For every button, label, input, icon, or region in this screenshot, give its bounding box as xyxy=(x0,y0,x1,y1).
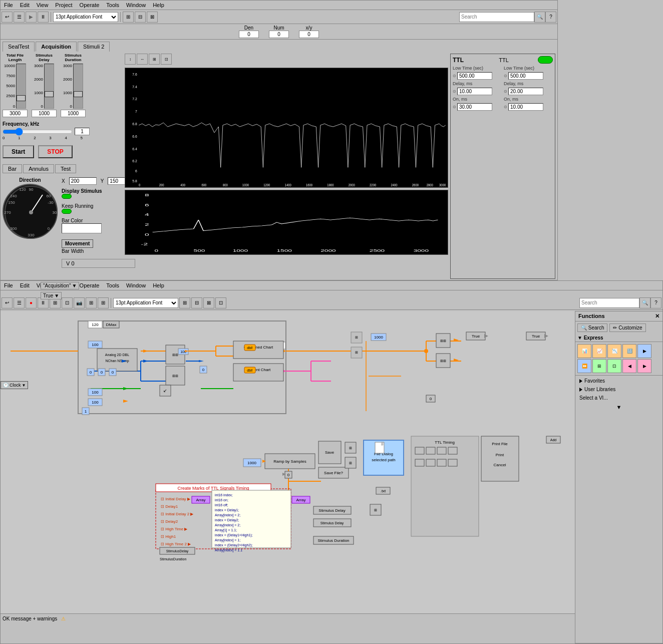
svg-text:0: 0 xyxy=(90,370,92,375)
menu-tools[interactable]: Tools xyxy=(105,2,121,9)
btoolbar-extra[interactable]: ⊡ xyxy=(215,297,226,308)
toolbar-dist[interactable]: ⊟ xyxy=(135,12,146,23)
num-value[interactable] xyxy=(269,31,289,38)
den-value[interactable] xyxy=(239,31,259,38)
bottom-search-button[interactable]: 🔍 xyxy=(639,297,650,308)
svg-text:6.4: 6.4 xyxy=(132,146,137,151)
bottom-menu-window[interactable]: Window xyxy=(125,282,147,289)
svg-text:-30: -30 xyxy=(48,200,54,205)
bottom-menu-edit[interactable]: Edit xyxy=(19,282,31,289)
search-input[interactable] xyxy=(459,12,534,22)
stimulus-delay-value[interactable] xyxy=(32,110,57,117)
bar-color-box[interactable] xyxy=(62,223,102,233)
frequency-value[interactable] xyxy=(75,128,90,135)
toolbar-resize[interactable]: ⊠ xyxy=(147,12,158,23)
menu-file[interactable]: File xyxy=(3,2,15,9)
tab-acquisition[interactable]: Acquisition xyxy=(36,42,77,52)
ttl-on-2-input[interactable] xyxy=(508,103,543,111)
toolbar-align[interactable]: ⊞ xyxy=(123,12,134,23)
menu-edit[interactable]: Edit xyxy=(19,2,31,9)
bottom-menu-help[interactable]: Help xyxy=(151,282,166,289)
btoolbar-ref[interactable]: ⊞ xyxy=(86,297,97,308)
func-icon-6[interactable]: ⏩ xyxy=(577,359,591,373)
menu-view[interactable]: View xyxy=(35,2,50,9)
bottom-menu-file[interactable]: File xyxy=(3,282,15,289)
toolbar-arrow[interactable]: ☰ xyxy=(14,12,25,23)
functions-customize-button[interactable]: ✏ Customize xyxy=(609,324,645,332)
chart-btn-2[interactable]: ↔ xyxy=(137,54,148,65)
start-button[interactable]: Start xyxy=(3,145,34,158)
btoolbar-arrow[interactable]: ☰ xyxy=(14,297,25,308)
total-file-length-slider[interactable] xyxy=(16,64,26,109)
menu-help[interactable]: Help xyxy=(151,2,166,9)
func-icon-5[interactable]: ▶ xyxy=(637,344,651,358)
main-chart-svg: 7.6 7.4 7.2 7 6.8 6.6 6.4 6.2 6 5.8 0 20… xyxy=(125,68,448,187)
stimulus-delay-slider[interactable] xyxy=(44,64,54,109)
ttl-low-time-1-field: Low Time (sec) xyxy=(453,66,502,71)
help-button[interactable]: ? xyxy=(545,12,556,23)
bottom-menu-tools[interactable]: Tools xyxy=(105,282,121,289)
stimulus-duration-value[interactable] xyxy=(61,110,86,117)
menu-window[interactable]: Window xyxy=(125,2,147,9)
tree-user-libraries[interactable]: User Libraries xyxy=(576,385,661,394)
search-button[interactable]: 🔍 xyxy=(534,12,545,23)
ttl-on-1-input[interactable] xyxy=(457,103,492,111)
ttl-delay-2-input[interactable] xyxy=(508,88,543,95)
btoolbar-ctrl[interactable]: ⊞ xyxy=(98,297,109,308)
func-icon-4[interactable]: 🔢 xyxy=(622,344,636,358)
sub-tab-bar[interactable]: Bar xyxy=(3,164,22,173)
xy-value[interactable] xyxy=(299,31,319,38)
tree-favorites[interactable]: Favorites xyxy=(576,377,661,385)
sub-tab-annulus[interactable]: Annulus xyxy=(23,164,54,173)
ttl-delay-2-value-field: ⊙ xyxy=(504,88,553,95)
clock-dropdown[interactable]: ▼ xyxy=(22,383,26,388)
ttl-low-time-2-input[interactable] xyxy=(508,72,543,80)
func-icon-10[interactable]: ▶ xyxy=(637,359,651,373)
frequency-slider[interactable] xyxy=(3,128,73,136)
gauge-circle[interactable]: 90 60 30 0 330 300 270 240 120 150 -30 xyxy=(3,184,58,239)
bottom-search-input[interactable] xyxy=(579,298,639,308)
ttl-delay-2-field: Delay, ms xyxy=(504,81,553,86)
bottom-help-button[interactable]: ? xyxy=(650,297,661,308)
btoolbar-run[interactable]: ● xyxy=(26,297,37,308)
btoolbar-back[interactable]: ↩ xyxy=(2,297,13,308)
btoolbar-camera[interactable]: 📷 xyxy=(74,297,85,308)
func-icon-9[interactable]: ◀ xyxy=(622,359,636,373)
x-input[interactable] xyxy=(69,177,97,185)
stimulus-duration-slider[interactable] xyxy=(73,64,83,109)
bottom-font-dropdown[interactable]: 13pt Application Font xyxy=(113,298,178,308)
menu-operate[interactable]: Operate xyxy=(78,2,101,9)
bottom-menu-operate[interactable]: Operate xyxy=(78,282,101,289)
chart-btn-3[interactable]: ⊞ xyxy=(149,54,160,65)
toolbar-back[interactable]: ↩ xyxy=(2,12,13,23)
tab-stimuli2[interactable]: Stimuli 2 xyxy=(78,42,110,52)
ttl-delay-1-input[interactable] xyxy=(457,88,492,95)
tree-select-vi[interactable]: Select a VI... xyxy=(576,394,661,402)
functions-close[interactable]: ✕ xyxy=(655,313,659,319)
ttl-low-time-1-input[interactable] xyxy=(457,72,492,80)
tab-sealtest[interactable]: SealTest xyxy=(3,42,35,52)
btoolbar-more[interactable]: ⊠ xyxy=(203,297,214,308)
display-stimulus-led[interactable] xyxy=(62,194,72,199)
sub-tab-test[interactable]: Test xyxy=(55,164,76,173)
func-icon-7[interactable]: ⊞ xyxy=(592,359,606,373)
btoolbar-probe[interactable]: ⊡ xyxy=(62,297,73,308)
menu-project[interactable]: Project xyxy=(54,2,74,9)
svg-text:100: 100 xyxy=(92,390,99,395)
func-icon-2[interactable]: 📈 xyxy=(592,344,606,358)
chart-btn-1[interactable]: ↕ xyxy=(125,54,136,65)
btoolbar-align[interactable]: ⊞ xyxy=(179,297,190,308)
ttl-led[interactable] xyxy=(538,56,553,64)
func-icon-8[interactable]: ⊡ xyxy=(607,359,621,373)
chart-btn-4[interactable]: ⊡ xyxy=(161,54,172,65)
func-icon-1[interactable]: 📊 xyxy=(577,344,591,358)
font-dropdown[interactable]: 13pt Application Font xyxy=(53,12,118,22)
func-icon-3[interactable]: 📉 xyxy=(607,344,621,358)
total-file-length-value[interactable] xyxy=(3,110,28,117)
stop-button[interactable]: STOP xyxy=(38,145,72,158)
toolbar-run[interactable]: ▶ xyxy=(26,12,37,23)
keep-running-led[interactable] xyxy=(62,209,72,214)
functions-search-button[interactable]: 🔍 Search xyxy=(577,324,607,332)
toolbar-pause[interactable]: ⏸ xyxy=(38,12,49,23)
btoolbar-dist[interactable]: ⊟ xyxy=(191,297,202,308)
